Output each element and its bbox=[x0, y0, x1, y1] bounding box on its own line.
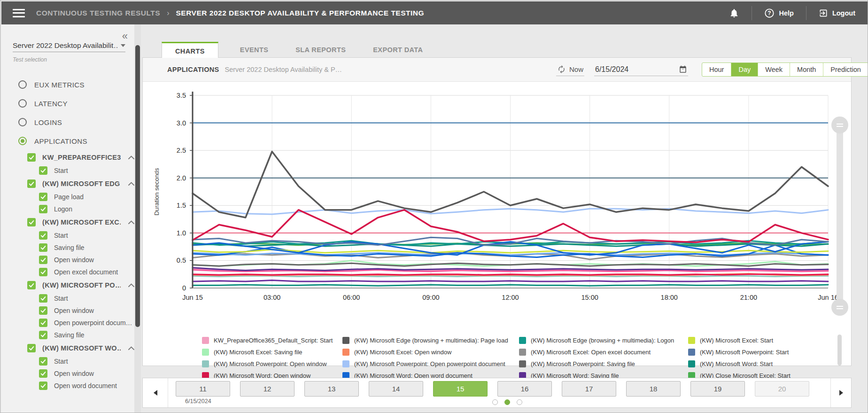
legend-item[interactable]: (KW) Microsoft Powerpoint: Start bbox=[688, 346, 827, 358]
day-button-18[interactable]: 18 bbox=[626, 381, 681, 397]
range-button-prediction[interactable]: Prediction bbox=[823, 63, 868, 76]
test-step-row[interactable]: Open window bbox=[1, 254, 134, 266]
test-step-row[interactable]: Page load bbox=[1, 191, 134, 203]
slider-handle-bottom[interactable] bbox=[831, 299, 848, 316]
legend-item[interactable]: (KW) Microsoft Excel: Open excel documen… bbox=[519, 346, 688, 358]
metric-radio-latency[interactable]: LATENCY bbox=[1, 94, 134, 113]
calendar-icon[interactable] bbox=[679, 65, 687, 74]
metric-radio-logins[interactable]: LOGINS bbox=[1, 113, 134, 132]
breadcrumb-section[interactable]: CONTINUOUS TESTING RESULTS bbox=[36, 9, 160, 17]
checkbox-icon[interactable] bbox=[27, 218, 36, 226]
sidebar-scrollbar[interactable] bbox=[134, 24, 141, 413]
test-step-row[interactable]: Start bbox=[1, 164, 134, 177]
test-step-row[interactable]: Open excel document bbox=[1, 266, 134, 278]
collapse-chevron-icon[interactable] bbox=[128, 283, 134, 287]
checkbox-icon[interactable] bbox=[39, 369, 47, 378]
test-step-row[interactable]: Open window bbox=[1, 304, 134, 317]
test-group-row[interactable]: (KW) MICROSOFT EDG… bbox=[1, 177, 134, 191]
help-button[interactable]: ? Help bbox=[752, 1, 806, 24]
range-button-hour[interactable]: Hour bbox=[702, 63, 731, 76]
slider-handle-top[interactable] bbox=[831, 117, 848, 133]
refresh-now-button[interactable]: Now bbox=[556, 63, 584, 76]
legend-item[interactable]: (KW) Microsoft Excel: Start bbox=[688, 335, 827, 346]
test-step-row[interactable]: Start bbox=[1, 229, 134, 242]
test-step-row[interactable]: Saving file bbox=[1, 329, 134, 341]
legend-item[interactable]: (KW) Microsoft Powerpoint: Open window bbox=[202, 358, 342, 370]
test-dropdown[interactable]: Server 2022 Desktop Availabilit… bbox=[13, 41, 125, 52]
legend-item[interactable]: (KW) Microsoft Excel: Open window bbox=[342, 346, 519, 358]
pagination-dot[interactable] bbox=[492, 399, 498, 405]
collapse-chevron-icon[interactable] bbox=[128, 346, 134, 350]
collapse-chevron-icon[interactable] bbox=[128, 182, 134, 186]
day-button-17[interactable]: 17 bbox=[562, 381, 616, 397]
day-button-13[interactable]: 13 bbox=[304, 381, 359, 397]
day-button-11[interactable]: 11 bbox=[176, 381, 230, 397]
hamburger-menu-icon[interactable] bbox=[13, 9, 25, 17]
collapse-chevron-icon[interactable] bbox=[128, 220, 134, 224]
metric-radio-applications[interactable]: APPLICATIONS bbox=[1, 132, 134, 150]
notifications-button[interactable] bbox=[717, 1, 752, 24]
checkbox-icon[interactable] bbox=[39, 193, 47, 201]
checkbox-icon[interactable] bbox=[39, 294, 47, 303]
checkbox-icon[interactable] bbox=[39, 382, 47, 390]
legend-item[interactable]: (KW) Microsoft Edge (browsing + multimed… bbox=[519, 335, 688, 346]
test-step-row[interactable]: Open powerpoint docum… bbox=[1, 317, 134, 329]
day-button-16[interactable]: 16 bbox=[497, 381, 552, 397]
legend-item[interactable]: (KW) Microsoft Word: Start bbox=[688, 358, 827, 370]
checkbox-icon[interactable] bbox=[39, 205, 47, 213]
day-button-15[interactable]: 15 bbox=[433, 381, 488, 397]
checkbox-icon[interactable] bbox=[27, 281, 36, 289]
test-step-row[interactable]: Open word document bbox=[1, 380, 134, 392]
logout-button[interactable]: Logout bbox=[806, 1, 868, 24]
legend-item[interactable]: (KW) Microsoft Powerpoint: Open powerpoi… bbox=[342, 358, 519, 370]
range-button-month[interactable]: Month bbox=[790, 63, 823, 76]
pagination-dot[interactable] bbox=[517, 399, 522, 405]
checkbox-icon[interactable] bbox=[39, 319, 47, 327]
day-button-14[interactable]: 14 bbox=[369, 381, 423, 397]
metric-radio-eux-metrics[interactable]: EUX METRICS bbox=[1, 75, 134, 94]
y-axis-zoom-slider[interactable] bbox=[837, 125, 843, 307]
legend-item[interactable]: (KW) Microsoft Edge (browsing + multimed… bbox=[342, 335, 519, 346]
tab-sla-reports[interactable]: SLA REPORTS bbox=[288, 42, 353, 58]
previous-days-button[interactable] bbox=[143, 378, 168, 407]
test-group-row[interactable]: KW_PREPAREOFFICE3… bbox=[1, 150, 134, 164]
test-group-row[interactable]: (KW) MICROSOFT EXC… bbox=[1, 215, 134, 229]
day-button-12[interactable]: 12 bbox=[240, 381, 294, 397]
tab-charts[interactable]: CHARTS bbox=[162, 42, 218, 58]
pagination-dot[interactable] bbox=[504, 399, 510, 405]
range-button-week[interactable]: Week bbox=[758, 63, 790, 76]
range-button-day[interactable]: Day bbox=[731, 63, 758, 76]
checkbox-icon[interactable] bbox=[39, 256, 47, 264]
test-step-row[interactable]: Start bbox=[1, 355, 134, 367]
sidebar-collapse-icon[interactable]: « bbox=[122, 30, 128, 42]
legend-scrollbar-thumb[interactable] bbox=[837, 335, 842, 366]
checkbox-icon[interactable] bbox=[39, 268, 47, 276]
collapse-chevron-icon[interactable] bbox=[128, 156, 134, 159]
next-days-button[interactable] bbox=[830, 378, 851, 407]
checkbox-icon[interactable] bbox=[39, 306, 47, 315]
day-button-19[interactable]: 19 bbox=[690, 381, 745, 397]
checkbox-icon[interactable] bbox=[27, 344, 36, 352]
test-step-row[interactable]: Open window bbox=[1, 367, 134, 380]
date-input[interactable]: 6/15/2024 bbox=[594, 63, 688, 76]
checkbox-icon[interactable] bbox=[27, 179, 36, 188]
checkbox-icon[interactable] bbox=[39, 166, 47, 175]
checkbox-icon[interactable] bbox=[39, 243, 47, 252]
legend-item[interactable]: (KW) Microsoft Excel: Saving file bbox=[202, 346, 342, 358]
checkbox-icon[interactable] bbox=[39, 231, 47, 240]
test-step-row[interactable]: Saving file bbox=[1, 242, 134, 254]
line-chart-canvas[interactable]: 00.51.01.52.02.53.03.5Jun 1503:0006:0009… bbox=[143, 85, 851, 305]
tab-export-data[interactable]: EXPORT DATA bbox=[365, 42, 430, 58]
legend-item[interactable]: KW_PrepareOffice365_Default_Script: Star… bbox=[202, 335, 342, 346]
tab-events[interactable]: EVENTS bbox=[232, 42, 276, 58]
test-group-row[interactable]: (KW) MICROSOFT PO… bbox=[1, 278, 134, 292]
test-step-label: Open window bbox=[54, 370, 94, 377]
checkbox-icon[interactable] bbox=[39, 331, 47, 339]
checkbox-icon[interactable] bbox=[27, 153, 36, 162]
sidebar-scrollbar-thumb[interactable] bbox=[135, 45, 140, 327]
test-group-row[interactable]: (KW) MICROSOFT WO… bbox=[1, 341, 134, 355]
test-step-row[interactable]: Start bbox=[1, 292, 134, 304]
checkbox-icon[interactable] bbox=[39, 357, 47, 366]
legend-item[interactable]: (KW) Microsoft Powerpoint: Saving file bbox=[519, 358, 688, 370]
test-step-row[interactable]: Logon bbox=[1, 203, 134, 215]
